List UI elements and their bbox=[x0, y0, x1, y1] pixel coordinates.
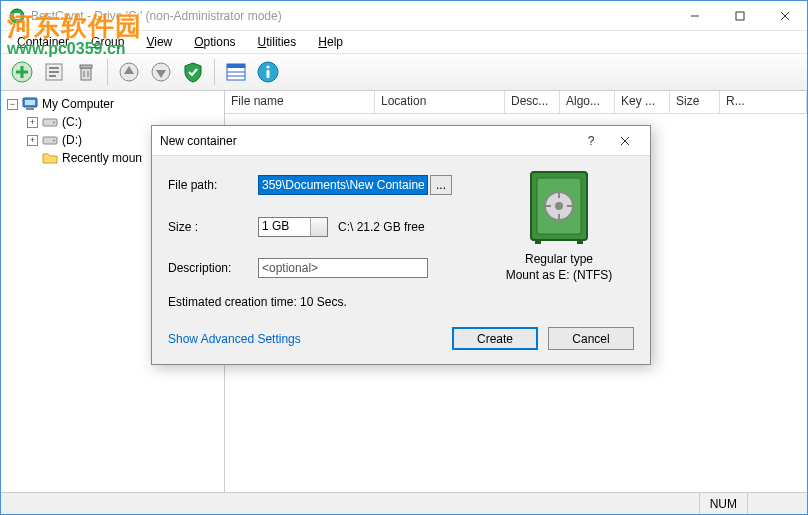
status-num: NUM bbox=[699, 493, 747, 514]
status-empty bbox=[747, 493, 807, 514]
svg-rect-1 bbox=[14, 13, 20, 19]
guard-button[interactable] bbox=[178, 57, 208, 87]
svg-rect-10 bbox=[49, 67, 59, 69]
mount-button[interactable] bbox=[114, 57, 144, 87]
expand-icon[interactable]: + bbox=[27, 117, 38, 128]
svg-point-26 bbox=[266, 65, 269, 68]
description-input[interactable] bbox=[258, 258, 428, 278]
container-type-line2: Mount as E: (NTFS) bbox=[506, 268, 613, 284]
close-button[interactable] bbox=[762, 1, 807, 30]
view-button[interactable] bbox=[221, 57, 251, 87]
computer-icon bbox=[22, 96, 38, 112]
free-space-label: C:\ 21.2 GB free bbox=[338, 220, 425, 234]
spinner-down-icon[interactable] bbox=[317, 229, 323, 233]
status-bar: NUM bbox=[1, 492, 807, 514]
menu-container[interactable]: Container bbox=[7, 33, 79, 51]
dialog-title: New container bbox=[160, 134, 574, 148]
drive-icon bbox=[42, 132, 58, 148]
size-input[interactable]: 1 GB bbox=[258, 217, 328, 237]
col-size[interactable]: Size bbox=[670, 91, 720, 113]
menu-bar: Container Group View Options Utilities H… bbox=[1, 31, 807, 53]
toolbar bbox=[1, 53, 807, 91]
tree-recent-label: Recently moun bbox=[62, 151, 142, 165]
svg-point-40 bbox=[555, 202, 563, 210]
container-type-line1: Regular type bbox=[506, 252, 613, 268]
filepath-input[interactable] bbox=[258, 175, 428, 195]
svg-rect-13 bbox=[81, 68, 91, 80]
dialog-close-button[interactable] bbox=[608, 128, 642, 154]
col-key[interactable]: Key ... bbox=[615, 91, 670, 113]
title-bar: BestCrypt - Drive 'C:' (non-Administrato… bbox=[1, 1, 807, 31]
properties-button[interactable] bbox=[39, 57, 69, 87]
dialog-body: File path: ... bbox=[152, 156, 650, 364]
estimated-time-label: Estimated creation time: 10 Secs. bbox=[168, 295, 474, 309]
svg-rect-29 bbox=[25, 100, 35, 105]
col-r[interactable]: R... bbox=[720, 91, 807, 113]
menu-utilities[interactable]: Utilities bbox=[248, 33, 307, 51]
container-type-preview: Regular type Mount as E: (NTFS) bbox=[484, 170, 634, 283]
maximize-button[interactable] bbox=[717, 1, 762, 30]
svg-rect-12 bbox=[49, 75, 56, 77]
toolbar-separator bbox=[214, 59, 215, 85]
dialog-help-button[interactable]: ? bbox=[574, 128, 608, 154]
show-advanced-link[interactable]: Show Advanced Settings bbox=[168, 332, 301, 346]
svg-rect-14 bbox=[80, 65, 92, 68]
svg-point-34 bbox=[53, 140, 55, 142]
window-title: BestCrypt - Drive 'C:' (non-Administrato… bbox=[31, 9, 672, 23]
new-container-button[interactable] bbox=[7, 57, 37, 87]
menu-help[interactable]: Help bbox=[308, 33, 353, 51]
size-label: Size : bbox=[168, 220, 248, 234]
svg-rect-30 bbox=[26, 108, 34, 110]
col-filename[interactable]: File name bbox=[225, 91, 375, 113]
browse-button[interactable]: ... bbox=[430, 175, 452, 195]
col-description[interactable]: Desc... bbox=[505, 91, 560, 113]
list-header: File name Location Desc... Algo... Key .… bbox=[225, 91, 807, 114]
svg-point-32 bbox=[53, 122, 55, 124]
dialog-title-bar[interactable]: New container ? bbox=[152, 126, 650, 156]
app-icon bbox=[9, 8, 25, 24]
menu-group[interactable]: Group bbox=[81, 33, 134, 51]
folder-icon bbox=[42, 150, 58, 166]
safe-icon bbox=[527, 170, 591, 246]
create-button[interactable]: Create bbox=[452, 327, 538, 350]
minimize-button[interactable] bbox=[672, 1, 717, 30]
cancel-button[interactable]: Cancel bbox=[548, 327, 634, 350]
drive-icon bbox=[42, 114, 58, 130]
collapse-icon[interactable]: − bbox=[7, 99, 18, 110]
description-label: Description: bbox=[168, 261, 248, 275]
svg-rect-46 bbox=[577, 240, 583, 244]
spinner-up-icon[interactable] bbox=[317, 221, 323, 225]
tree-root-label: My Computer bbox=[42, 97, 114, 111]
dismount-button[interactable] bbox=[146, 57, 176, 87]
svg-rect-45 bbox=[535, 240, 541, 244]
menu-view[interactable]: View bbox=[136, 33, 182, 51]
container-type-caption: Regular type Mount as E: (NTFS) bbox=[506, 252, 613, 283]
tree-drive-d-label: (D:) bbox=[62, 133, 82, 147]
menu-options[interactable]: Options bbox=[184, 33, 245, 51]
tree-drive-c-label: (C:) bbox=[62, 115, 82, 129]
svg-rect-27 bbox=[267, 70, 270, 78]
filepath-label: File path: bbox=[168, 178, 248, 192]
size-value: 1 GB bbox=[262, 219, 289, 233]
new-container-dialog: New container ? File path: ... bbox=[151, 125, 651, 365]
svg-rect-22 bbox=[227, 64, 245, 68]
tree-root[interactable]: − My Computer bbox=[3, 95, 222, 113]
col-location[interactable]: Location bbox=[375, 91, 505, 113]
col-algorithm[interactable]: Algo... bbox=[560, 91, 615, 113]
svg-rect-11 bbox=[49, 71, 59, 73]
delete-button[interactable] bbox=[71, 57, 101, 87]
info-button[interactable] bbox=[253, 57, 283, 87]
expand-icon[interactable]: + bbox=[27, 135, 38, 146]
svg-rect-3 bbox=[736, 12, 744, 20]
toolbar-separator bbox=[107, 59, 108, 85]
